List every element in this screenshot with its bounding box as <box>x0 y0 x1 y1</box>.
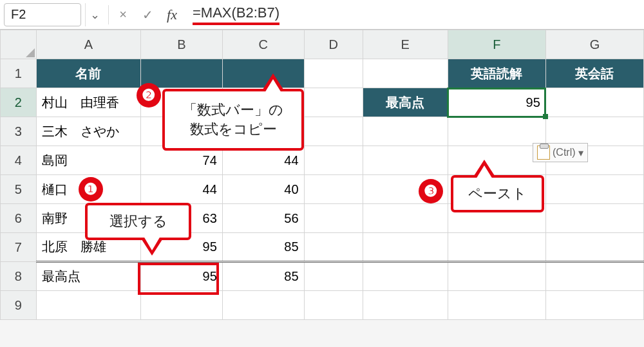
cell-G3[interactable] <box>545 117 643 146</box>
cell-A4[interactable]: 島岡 <box>36 146 140 175</box>
cell-A2[interactable]: 村山 由理香 <box>36 88 140 117</box>
callout-2-line2: 数式をコピー <box>178 120 289 139</box>
cell-A3[interactable]: 三木 さやか <box>36 117 140 146</box>
cell-B8[interactable]: 95 <box>141 262 223 291</box>
cell-C5[interactable]: 40 <box>222 175 304 204</box>
cell-C7[interactable]: 85 <box>222 233 304 262</box>
annotation-badge-1: ❶ <box>79 177 103 202</box>
paste-options-label: (Ctrl) <box>553 147 576 158</box>
cell-E1[interactable] <box>363 59 448 88</box>
callout-1-text: 選択する <box>109 213 167 229</box>
cell-D1[interactable] <box>304 59 363 88</box>
cell-F9[interactable] <box>448 291 545 320</box>
divider <box>108 5 109 24</box>
cell-G6[interactable] <box>545 204 643 233</box>
cell-G7[interactable] <box>545 233 643 262</box>
col-header-E[interactable]: E <box>363 30 448 59</box>
row-2: 2 村山 由理香 最高点 95 <box>1 88 644 117</box>
row-header-8[interactable]: 8 <box>1 262 37 291</box>
cell-F4[interactable] <box>448 146 545 175</box>
select-all-corner[interactable] <box>1 30 37 59</box>
col-header-A[interactable]: A <box>36 30 140 59</box>
cell-F7[interactable] <box>448 233 545 262</box>
row-1: 1 名前 英語読解 英会話 <box>1 59 644 88</box>
cell-E6[interactable] <box>363 204 448 233</box>
row-3: 3 三木 さやか 82 85 <box>1 117 644 146</box>
cell-D6[interactable] <box>304 204 363 233</box>
cell-D4[interactable] <box>304 146 363 175</box>
cell-B9[interactable] <box>141 291 223 320</box>
name-box-value: F2 <box>11 7 26 22</box>
cancel-formula-button[interactable]: × <box>113 5 133 25</box>
row-8: 8 最高点 95 85 <box>1 262 644 291</box>
column-header-row: A B C D E F G <box>1 30 644 59</box>
annotation-callout-select: 選択する <box>85 203 191 240</box>
insert-function-button[interactable]: fx <box>162 5 182 25</box>
cell-E4[interactable] <box>363 146 448 175</box>
formula-bar: F2 ⌄ × ✓ fx =MAX(B2:B7) <box>0 0 644 30</box>
annotation-callout-paste: ペースト <box>451 175 544 212</box>
cell-C8[interactable]: 85 <box>222 262 304 291</box>
formula-text: =MAX(B2:B7) <box>193 5 279 25</box>
cell-D3[interactable] <box>304 117 363 146</box>
accept-formula-button[interactable]: ✓ <box>137 5 158 25</box>
col-header-F[interactable]: F <box>448 30 545 59</box>
cell-D2[interactable] <box>304 88 363 117</box>
cell-C6[interactable]: 56 <box>222 204 304 233</box>
col-header-B[interactable]: B <box>141 30 223 59</box>
col-header-G[interactable]: G <box>545 30 643 59</box>
row-header-7[interactable]: 7 <box>1 233 37 262</box>
cell-D5[interactable] <box>304 175 363 204</box>
chevron-down-icon: ▾ <box>578 147 583 159</box>
cell-F8[interactable] <box>448 262 545 291</box>
row-header-2[interactable]: 2 <box>1 88 37 117</box>
cell-D7[interactable] <box>304 233 363 262</box>
cell-G1[interactable]: 英会話 <box>545 59 643 88</box>
callout-2-line1: 「数式バー」の <box>178 100 289 120</box>
row-header-6[interactable]: 6 <box>1 204 37 233</box>
grid-table: A B C D E F G 1 名前 英語読解 英会話 2 村山 由理香 最高点… <box>0 30 644 320</box>
callout-3-text: ペースト <box>468 185 527 202</box>
col-header-C[interactable]: C <box>222 30 304 59</box>
cell-E8[interactable] <box>363 262 448 291</box>
row-header-9[interactable]: 9 <box>1 291 37 320</box>
cell-A9[interactable] <box>36 291 140 320</box>
annotation-badge-2: ❷ <box>137 83 161 108</box>
clipboard-icon <box>537 145 550 160</box>
spreadsheet-grid: A B C D E F G 1 名前 英語読解 英会話 2 村山 由理香 最高点… <box>0 30 644 320</box>
row-header-1[interactable]: 1 <box>1 59 37 88</box>
cell-F2[interactable]: 95 <box>448 88 545 117</box>
cell-F3[interactable] <box>448 117 545 146</box>
cell-E7[interactable] <box>363 233 448 262</box>
name-box[interactable]: F2 <box>4 3 81 26</box>
cell-D9[interactable] <box>304 291 363 320</box>
cell-D8[interactable] <box>304 262 363 291</box>
cell-G9[interactable] <box>545 291 643 320</box>
formula-input[interactable]: =MAX(B2:B7) <box>186 3 640 26</box>
cell-C9[interactable] <box>222 291 304 320</box>
cell-F1[interactable]: 英語読解 <box>448 59 545 88</box>
cell-G8[interactable] <box>545 262 643 291</box>
cell-G2[interactable] <box>545 88 643 117</box>
row-header-5[interactable]: 5 <box>1 175 37 204</box>
paste-options-button[interactable]: (Ctrl) ▾ <box>533 143 588 162</box>
col-header-D[interactable]: D <box>304 30 363 59</box>
row-header-3[interactable]: 3 <box>1 117 37 146</box>
cell-B5[interactable]: 44 <box>141 175 223 204</box>
cell-G5[interactable] <box>545 175 643 204</box>
cell-E9[interactable] <box>363 291 448 320</box>
annotation-callout-formula-copy: 「数式バー」の 数式をコピー <box>162 89 304 151</box>
cell-A1[interactable]: 名前 <box>36 59 140 88</box>
cell-E2[interactable]: 最高点 <box>363 88 448 117</box>
annotation-badge-3: ❸ <box>419 179 443 203</box>
row-header-4[interactable]: 4 <box>1 146 37 175</box>
row-9: 9 <box>1 291 644 320</box>
cell-A8[interactable]: 最高点 <box>36 262 140 291</box>
cell-E3[interactable] <box>363 117 448 146</box>
name-box-dropdown[interactable]: ⌄ <box>85 3 104 26</box>
